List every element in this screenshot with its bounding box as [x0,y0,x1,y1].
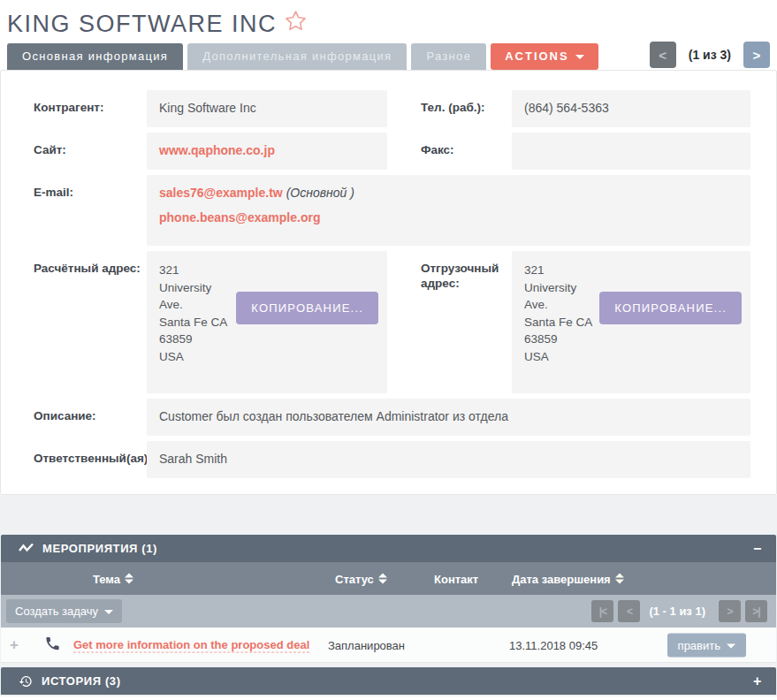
chevron-right-icon: > [753,48,761,63]
owner-value[interactable]: Sarah Smith [147,441,750,478]
field-row-owner: Ответственный(ая): Sarah Smith [1,441,776,478]
field-row-email: E-mail: sales76@example.tw (Основной ) p… [1,175,776,246]
caret-down-icon [727,643,735,648]
account-label: Контрагент: [1,90,147,127]
history-icon [19,674,33,689]
email-secondary-line: phone.beans@example.org [159,210,738,224]
activity-due-date: 13.11.2018 09:45 [509,638,598,651]
email-label: E-mail: [1,175,147,246]
column-subject[interactable]: Тема [93,572,133,585]
sort-icon [125,574,133,584]
tab-basic-info[interactable]: Основная информация [7,43,183,70]
activity-row: + Get more information on the proposed d… [1,628,776,663]
activities-section: МЕРОПРИЯТИЯ (1) − Тема Статус Контакт Да… [1,535,776,663]
activities-title: МЕРОПРИЯТИЯ (1) [42,542,157,555]
edit-activity-button[interactable]: править [667,633,746,657]
email-primary-line: sales76@example.tw (Основной ) [159,186,738,200]
owner-label: Ответственный(ая): [1,441,147,478]
history-header[interactable]: ИСТОРИЯ (3) + [1,667,776,695]
fax-value[interactable] [512,133,750,170]
next-record-button[interactable]: > [743,42,770,68]
activity-status: Запланирован [328,638,405,651]
prev-record-button[interactable]: < [650,42,676,68]
phone-value[interactable]: (864) 564-5363 [512,90,750,127]
favorite-star-icon[interactable] [284,9,308,36]
website-label: Сайт: [1,133,147,170]
phone-call-icon [44,635,61,655]
website-link[interactable]: www.qaphone.co.jp [159,143,275,157]
record-pager: < (1 из 3) > [650,42,770,68]
description-label: Описание: [1,399,147,436]
fax-label: Факс: [387,133,512,170]
email-primary-link[interactable]: sales76@example.tw [159,186,283,200]
sort-icon [378,574,387,584]
prev-page-icon: < [627,605,632,618]
column-contact[interactable]: Контакт [434,572,478,585]
field-row-website-fax: Сайт: www.qaphone.co.jp Факс: [1,133,776,170]
phone-label: Тел. (раб.): [387,90,512,127]
tab-additional-info[interactable]: Дополнительная информация [187,43,407,70]
first-page-icon: |< [599,605,606,618]
shipping-copy-button[interactable]: КОПИРОВАНИЕ... [599,292,742,324]
last-page-button[interactable]: >| [745,600,767,622]
billing-address-value[interactable]: 321 University Ave. Santa Fe CA 63859 US… [147,251,387,393]
activity-subject-link[interactable]: Get more information on the proposed dea… [73,637,309,652]
billing-address-text: 321 University Ave. Santa Fe CA 63859 US… [159,262,248,365]
activities-column-header: Тема Статус Контакт Дата завершения [1,562,776,595]
detail-panel: Контрагент: King Software Inc Тел. (раб.… [0,70,777,495]
expand-icon[interactable]: + [753,673,762,689]
billing-address-label: Расчётный адрес: [1,251,147,393]
email-primary-note: (Основной ) [286,186,354,200]
email-secondary-link[interactable]: phone.beans@example.org [159,210,320,224]
related-lists-region: МЕРОПРИЯТИЯ (1) − Тема Статус Контакт Да… [0,495,777,696]
activities-pager-count: (1 - 1 из 1) [649,605,705,618]
shipping-address-label: Отгрузочный адрес: [387,251,512,393]
prev-page-button[interactable]: < [618,600,640,622]
email-value[interactable]: sales76@example.tw (Основной ) phone.bea… [147,175,750,246]
record-pager-count: (1 из 3) [689,48,731,62]
collapse-icon[interactable]: − [753,541,762,557]
column-status[interactable]: Статус [335,572,387,585]
add-icon[interactable]: + [10,636,19,654]
next-page-icon: > [727,605,732,618]
tab-misc[interactable]: Разное [411,43,486,70]
field-row-addresses: Расчётный адрес: 321 University Ave. San… [1,251,776,393]
sort-icon-active [615,574,624,584]
history-title: ИСТОРИЯ (3) [42,674,121,688]
billing-copy-button[interactable]: КОПИРОВАНИЕ... [236,292,378,324]
website-value[interactable]: www.qaphone.co.jp [147,133,387,170]
column-due-date[interactable]: Дата завершения [512,572,624,585]
last-page-icon: >| [752,605,759,618]
field-row-description: Описание: Customer был создан пользовате… [1,399,776,436]
record-header: KING SOFTWARE INC [0,0,777,42]
activities-pager: |< < (1 - 1 из 1) > >| [587,600,767,622]
activities-header[interactable]: МЕРОПРИЯТИЯ (1) − [1,535,776,562]
page-title: KING SOFTWARE INC [7,11,277,38]
first-page-button[interactable]: |< [591,600,613,622]
create-task-button[interactable]: Создать задачу [6,599,122,623]
caret-down-icon [575,55,584,59]
activities-toolbar: Создать задачу |< < (1 - 1 из 1) > >| [1,595,776,628]
account-value[interactable]: King Software Inc [147,90,387,127]
shipping-address-value[interactable]: 321 University Ave. Santa Fe CA 63859 US… [512,251,750,393]
actions-dropdown-button[interactable]: ACTIONS [491,43,598,70]
tab-bar: Основная информация Дополнительная инфор… [0,42,777,70]
description-value[interactable]: Customer был создан пользователем Admini… [147,399,750,436]
chevron-left-icon: < [659,48,667,63]
caret-down-icon [104,610,113,614]
next-page-button[interactable]: > [719,600,741,622]
field-row-account-phone: Контрагент: King Software Inc Тел. (раб.… [1,90,776,127]
activities-icon [19,543,34,554]
